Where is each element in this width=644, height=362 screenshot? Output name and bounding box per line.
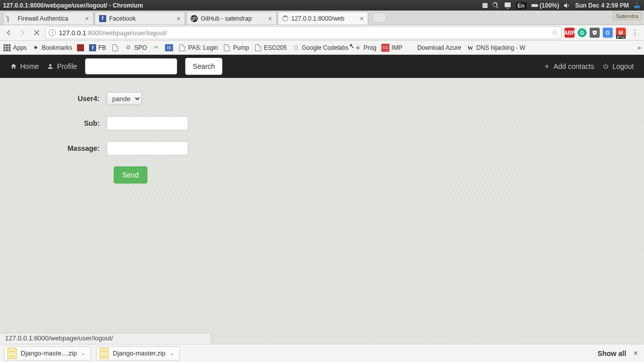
translate-icon[interactable]: G (603, 28, 613, 38)
pocket-icon[interactable] (590, 28, 600, 38)
close-icon[interactable]: × (85, 15, 89, 23)
bookmark-item[interactable]: ✂ (152, 44, 160, 52)
bookmark-eso205[interactable]: ESO205 (254, 44, 287, 52)
bookmark-spo[interactable]: ♻SPO (124, 44, 147, 52)
archive-icon (100, 348, 109, 359)
plus-icon (543, 63, 550, 70)
network-icon[interactable] (504, 2, 512, 10)
tab-github[interactable]: gh GitHub - satendrap × (186, 12, 277, 25)
browser-toolbar: i 127.0.0.1:8000/webpage/user/logout/ ☆ … (0, 25, 644, 41)
download-item[interactable]: Django-maste....zip ⌄ (4, 346, 91, 360)
chevron-down-icon[interactable]: ⌄ (170, 350, 174, 356)
site-info-icon[interactable]: i (49, 29, 56, 36)
bookmarks-overflow-icon[interactable]: » (637, 44, 641, 51)
bookmark-pas[interactable]: PAS: Login (178, 44, 218, 52)
bookmark-prog[interactable]: ◈Prog (354, 44, 376, 52)
url-path: /webpage/user/logout/ (103, 29, 167, 37)
bookmark-pump[interactable]: Pump (223, 44, 249, 52)
page-icon (8, 15, 15, 22)
clock[interactable]: Sun Dec 4 2:59 PM (575, 2, 629, 9)
send-button[interactable]: Send (114, 166, 147, 184)
browser-menu-icon[interactable]: ⋮ (629, 28, 641, 38)
downloads-bar: Django-maste....zip ⌄ Django-master.zip … (0, 344, 644, 362)
search-icon[interactable] (492, 2, 500, 10)
bookmark-item[interactable]: IS (165, 44, 173, 51)
tab-localhost[interactable]: 127.0.0.1:8000/web × (278, 12, 368, 25)
grammarly-icon[interactable]: G (578, 28, 587, 37)
bookmark-item[interactable] (77, 44, 84, 51)
tab-firewall[interactable]: Firewall Authentica × (3, 12, 94, 25)
keyboard-lang[interactable]: En (516, 2, 527, 9)
forward-button[interactable] (17, 27, 28, 38)
gmail-icon[interactable]: M (616, 28, 626, 38)
bookmark-fb[interactable]: fFB (89, 44, 106, 51)
bookmark-codelabs[interactable]: ⟨⟩Google Codelabs (292, 44, 349, 52)
close-icon[interactable]: × (177, 15, 181, 23)
close-icon[interactable]: × (631, 349, 640, 358)
tab-facebook[interactable]: f Facebook × (95, 12, 185, 25)
search-input[interactable] (85, 58, 177, 74)
archive-icon (8, 348, 17, 359)
sub-input[interactable] (107, 116, 188, 130)
adblock-icon[interactable]: ABP (565, 28, 575, 38)
close-icon[interactable]: × (360, 15, 364, 23)
bookmark-dns[interactable]: WDNS hijacking - W (466, 44, 525, 52)
bookmark-item[interactable] (111, 44, 119, 52)
message-label: Massage: (0, 144, 107, 152)
close-icon[interactable]: × (268, 15, 272, 23)
nav-add-contacts[interactable]: Add contacts (543, 62, 594, 70)
apps-button[interactable]: Apps (3, 44, 27, 52)
facebook-icon: f (99, 15, 106, 22)
stop-button[interactable] (31, 27, 42, 38)
bookmark-star-icon[interactable]: ☆ (551, 28, 558, 37)
os-titlebar: 127.0.0.1:8000/webpage/user/logout/ - Ch… (0, 0, 644, 11)
sub-label: Sub: (0, 119, 107, 127)
github-icon: gh (191, 15, 198, 22)
power-icon (602, 63, 609, 70)
bookmarks-bar: Apps ★Bookmarks fFB ♻SPO ✂ IS PAS: Login… (0, 41, 644, 55)
url-port: :8000 (86, 29, 103, 37)
url-host: 127.0.0.1 (59, 29, 86, 37)
nav-logout[interactable]: Logout (602, 62, 634, 70)
status-bar: 127.0.0.1:8000/webpage/user/logout/ (0, 333, 211, 344)
bookmark-item[interactable]: ★Bookmarks (32, 44, 72, 52)
app-navbar: Home Profile Search Add contacts Logout (0, 55, 644, 78)
user-label: User4: (0, 95, 107, 103)
user-icon (47, 63, 54, 70)
message-input[interactable] (107, 141, 188, 155)
address-bar[interactable]: i 127.0.0.1:8000/webpage/user/logout/ ☆ (45, 26, 561, 39)
home-icon (10, 63, 17, 70)
new-tab-button[interactable] (372, 13, 386, 23)
nav-profile[interactable]: Profile (47, 62, 77, 70)
nav-home[interactable]: Home (10, 62, 39, 70)
show-all-downloads[interactable]: Show all (598, 349, 626, 357)
battery-indicator[interactable]: (100%) (531, 2, 559, 10)
back-button[interactable] (3, 27, 14, 38)
profile-chip[interactable]: Satendra (612, 12, 642, 20)
tab-strip: Firewall Authentica × f Facebook × gh Gi… (0, 11, 644, 25)
loading-icon (282, 16, 288, 22)
volume-icon[interactable] (563, 2, 571, 10)
bookmark-imp[interactable]: CCIMP (381, 44, 402, 52)
download-item[interactable]: Django-master.zip ⌄ (96, 346, 180, 360)
system-tray: En (100%) Sun Dec 4 2:59 PM (482, 2, 641, 10)
search-button[interactable]: Search (185, 58, 222, 75)
tray-record-icon[interactable] (482, 3, 488, 8)
chevron-down-icon[interactable]: ⌄ (81, 350, 86, 356)
session-icon[interactable] (633, 2, 641, 10)
user-select[interactable]: pandey (107, 92, 142, 105)
page-content: User4: pandey Sub: Massage: Send (0, 78, 644, 184)
window-title: 127.0.0.1:8000/webpage/user/logout/ - Ch… (3, 2, 143, 9)
bookmark-azure[interactable]: Download Azure (407, 44, 461, 52)
